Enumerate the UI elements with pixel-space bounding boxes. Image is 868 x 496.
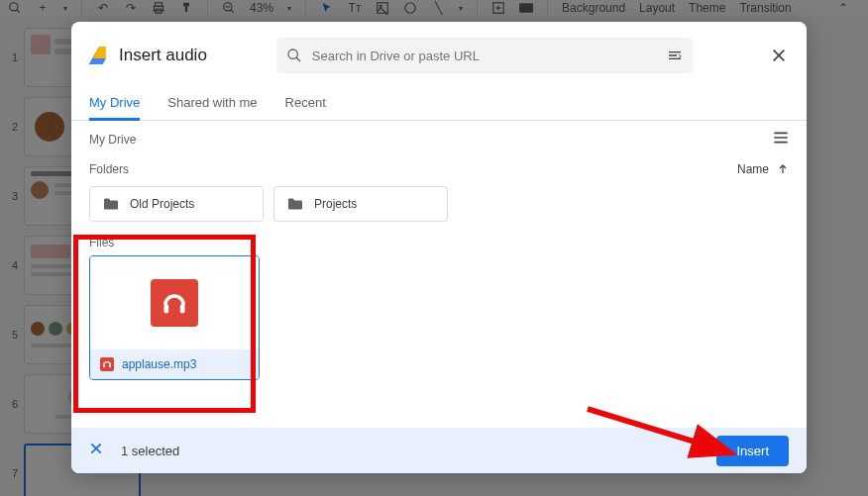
tab-recent[interactable]: Recent bbox=[285, 87, 326, 120]
selection-count: 1 selected bbox=[121, 444, 179, 458]
sort-control[interactable]: Name bbox=[737, 162, 789, 176]
file-applause[interactable]: applause.mp3 bbox=[89, 255, 260, 380]
folder-label: Projects bbox=[314, 197, 357, 211]
file-name: applause.mp3 bbox=[122, 357, 196, 371]
svg-rect-26 bbox=[164, 304, 169, 313]
list-view-icon[interactable] bbox=[773, 131, 789, 149]
svg-rect-27 bbox=[180, 304, 185, 313]
svg-line-16 bbox=[296, 57, 300, 61]
audio-icon bbox=[151, 279, 198, 327]
source-tabs: My Drive Shared with me Recent bbox=[71, 81, 807, 121]
insert-button[interactable]: Insert bbox=[716, 436, 789, 466]
dialog-footer: 1 selected Insert bbox=[71, 428, 807, 473]
svg-rect-28 bbox=[103, 364, 105, 367]
breadcrumb[interactable]: My Drive bbox=[89, 133, 136, 147]
svg-point-15 bbox=[288, 50, 297, 58]
filter-icon[interactable] bbox=[667, 48, 683, 63]
insert-audio-dialog: Insert audio My Drive Shared with me Rec… bbox=[71, 22, 807, 473]
files-heading: Files bbox=[71, 222, 807, 255]
folder-label: Old Projects bbox=[130, 197, 194, 211]
folders-heading: Folders bbox=[89, 162, 129, 176]
tab-shared[interactable]: Shared with me bbox=[167, 87, 257, 120]
audio-small-icon bbox=[100, 357, 114, 371]
file-meta: applause.mp3 bbox=[90, 349, 259, 379]
close-button[interactable] bbox=[769, 46, 789, 65]
dialog-header: Insert audio bbox=[71, 22, 807, 81]
search-icon bbox=[286, 48, 302, 63]
tab-my-drive[interactable]: My Drive bbox=[89, 87, 140, 121]
drive-logo-icon bbox=[89, 47, 109, 64]
close-icon bbox=[771, 48, 787, 63]
folder-projects[interactable]: Projects bbox=[273, 186, 448, 222]
clear-selection-button[interactable] bbox=[89, 442, 103, 459]
search-input[interactable] bbox=[312, 49, 657, 63]
file-thumbnail bbox=[90, 256, 259, 349]
folders-row: Old Projects Projects bbox=[71, 186, 807, 222]
svg-rect-29 bbox=[109, 364, 111, 367]
folder-icon bbox=[286, 197, 304, 211]
arrow-up-icon bbox=[777, 163, 789, 175]
dialog-title: Insert audio bbox=[119, 46, 207, 65]
folder-old-projects[interactable]: Old Projects bbox=[89, 186, 264, 222]
folder-icon bbox=[102, 197, 120, 211]
sort-label: Name bbox=[737, 162, 769, 176]
search-box[interactable] bbox=[276, 38, 693, 73]
